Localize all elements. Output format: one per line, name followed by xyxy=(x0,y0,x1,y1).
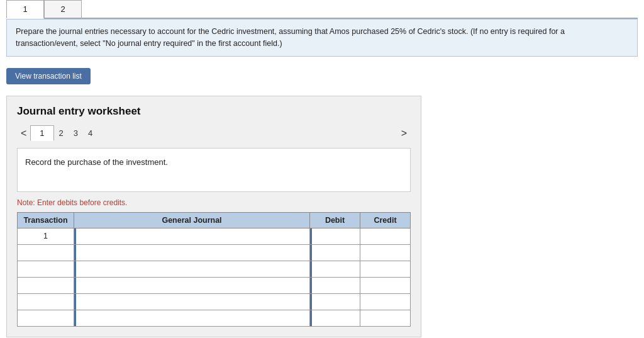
credit-cell-3[interactable] xyxy=(360,261,411,277)
transaction-cell-2 xyxy=(18,244,74,261)
table-row xyxy=(18,293,411,310)
journal-table: Transaction General Journal Debit Credit… xyxy=(17,212,411,327)
entry-tab-2[interactable]: 2 xyxy=(54,126,69,140)
credit-cell-6[interactable] xyxy=(360,310,411,326)
nav-left-arrow[interactable]: < xyxy=(17,125,30,142)
general-cell-5[interactable] xyxy=(74,293,310,310)
debit-cell-5[interactable] xyxy=(310,293,360,310)
credit-cell-4[interactable] xyxy=(360,277,411,293)
col-header-general: General Journal xyxy=(74,212,310,228)
transaction-cell-6 xyxy=(18,310,74,326)
top-tab-2[interactable]: 2 xyxy=(44,0,82,18)
note-text: Note: Enter debits before credits. xyxy=(17,198,411,207)
table-row: 1 xyxy=(18,228,411,244)
debit-cell-3[interactable] xyxy=(310,261,360,277)
general-cell-1[interactable] xyxy=(74,228,310,244)
table-row xyxy=(18,244,411,261)
instruction-text: Prepare the journal entries necessary to… xyxy=(16,27,565,48)
credit-cell-1[interactable] xyxy=(360,228,411,244)
nav-right-arrow[interactable]: > xyxy=(397,125,411,142)
credit-cell-5[interactable] xyxy=(360,293,411,310)
debit-cell-1[interactable] xyxy=(310,228,360,244)
table-row xyxy=(18,261,411,277)
description-text: Record the purchase of the investment. xyxy=(25,157,168,167)
entry-tab-3[interactable]: 3 xyxy=(69,126,83,140)
credit-cell-2[interactable] xyxy=(360,244,411,261)
debit-cell-4[interactable] xyxy=(310,277,360,293)
transaction-cell-5 xyxy=(18,293,74,310)
description-box: Record the purchase of the investment. xyxy=(17,148,411,192)
general-cell-3[interactable] xyxy=(74,261,310,277)
col-header-credit: Credit xyxy=(360,212,411,228)
instruction-box: Prepare the journal entries necessary to… xyxy=(6,19,638,57)
general-cell-4[interactable] xyxy=(74,277,310,293)
worksheet-container: Journal entry worksheet < 1 2 3 4 > Reco… xyxy=(6,96,421,337)
entry-tab-1[interactable]: 1 xyxy=(30,125,53,141)
debit-cell-6[interactable] xyxy=(310,310,360,326)
transaction-cell-3 xyxy=(18,261,74,277)
table-row xyxy=(18,277,411,293)
view-transaction-button[interactable]: View transaction list xyxy=(6,68,91,84)
worksheet-title: Journal entry worksheet xyxy=(17,105,411,118)
debit-cell-2[interactable] xyxy=(310,244,360,261)
col-header-debit: Debit xyxy=(310,212,360,228)
transaction-cell-1: 1 xyxy=(18,228,74,244)
general-cell-6[interactable] xyxy=(74,310,310,326)
general-cell-2[interactable] xyxy=(74,244,310,261)
top-tab-1[interactable]: 1 xyxy=(6,0,44,19)
top-tabs: 1 2 xyxy=(6,0,638,19)
entry-tabs-row: < 1 2 3 4 > xyxy=(17,125,411,142)
entry-tab-4[interactable]: 4 xyxy=(83,126,97,140)
table-row xyxy=(18,310,411,326)
col-header-transaction: Transaction xyxy=(18,212,74,228)
transaction-cell-4 xyxy=(18,277,74,293)
